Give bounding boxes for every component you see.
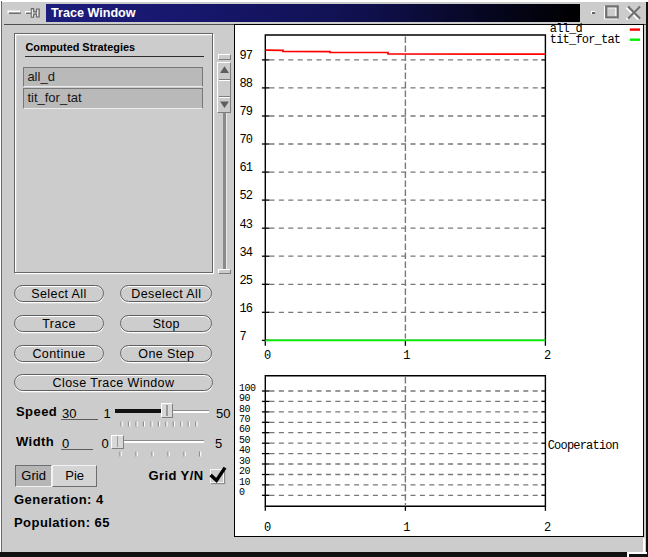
svg-text:10: 10 bbox=[239, 477, 251, 488]
svg-text:40: 40 bbox=[239, 445, 251, 456]
svg-text:tit_for_tat: tit_for_tat bbox=[550, 33, 620, 47]
svg-text:52: 52 bbox=[239, 189, 252, 203]
svg-text:100: 100 bbox=[239, 383, 256, 394]
svg-text:0: 0 bbox=[239, 487, 245, 498]
svg-text:0: 0 bbox=[264, 349, 271, 363]
svg-text:90: 90 bbox=[239, 393, 251, 404]
svg-text:43: 43 bbox=[239, 218, 252, 232]
svg-text:1: 1 bbox=[403, 349, 410, 363]
svg-text:50: 50 bbox=[239, 435, 251, 446]
svg-text:16: 16 bbox=[239, 302, 252, 316]
svg-text:30: 30 bbox=[239, 456, 251, 467]
svg-text:2: 2 bbox=[544, 349, 551, 363]
svg-text:7: 7 bbox=[239, 330, 246, 344]
svg-text:80: 80 bbox=[239, 404, 251, 415]
svg-text:70: 70 bbox=[239, 133, 252, 147]
svg-text:34: 34 bbox=[239, 246, 252, 260]
svg-text:79: 79 bbox=[239, 105, 252, 119]
svg-text:2: 2 bbox=[544, 521, 551, 535]
svg-text:70: 70 bbox=[239, 414, 251, 425]
svg-text:60: 60 bbox=[239, 424, 251, 435]
svg-text:61: 61 bbox=[239, 161, 252, 175]
svg-text:1: 1 bbox=[403, 521, 410, 535]
svg-text:Cooperation: Cooperation bbox=[548, 439, 619, 453]
svg-text:88: 88 bbox=[239, 77, 252, 91]
svg-text:97: 97 bbox=[239, 49, 252, 63]
svg-text:0: 0 bbox=[264, 521, 271, 535]
svg-text:20: 20 bbox=[239, 466, 251, 477]
svg-text:25: 25 bbox=[239, 274, 252, 288]
